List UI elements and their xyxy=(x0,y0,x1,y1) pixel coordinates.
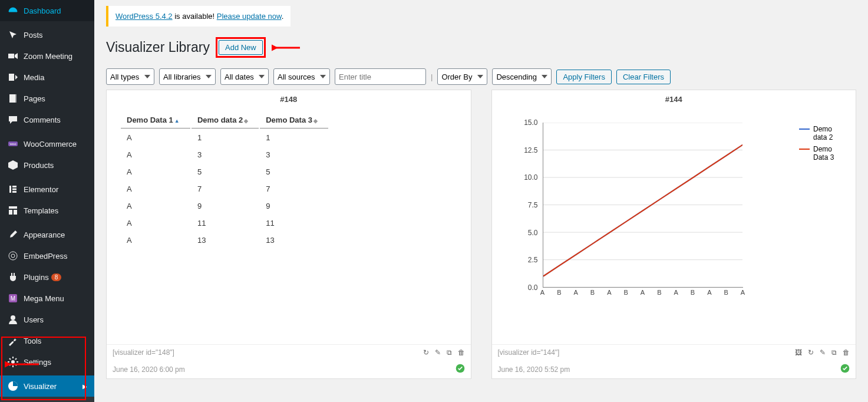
product-icon xyxy=(7,159,19,171)
main-content: WordPress 5.4.2 is available! Please upd… xyxy=(94,0,868,402)
svg-point-14 xyxy=(9,252,17,260)
sidebar-item-posts[interactable]: Posts xyxy=(0,24,94,45)
filter-sources[interactable]: All sources xyxy=(273,68,330,85)
y-tick-label: 0.0 xyxy=(528,284,538,292)
chart-card-144: #144 0.02.55.07.510.012.515.0 ABABABABAB… xyxy=(491,90,857,379)
table-cell: 11 xyxy=(260,215,328,231)
svg-rect-8 xyxy=(12,189,16,190)
sidebar-item-media[interactable]: Media xyxy=(0,67,94,88)
embed-icon xyxy=(7,250,19,262)
clear-filters-button[interactable]: Clear Filters xyxy=(616,70,671,84)
y-tick-label: 2.5 xyxy=(528,256,538,264)
filter-title-input[interactable] xyxy=(335,68,426,85)
sidebar-item-visualizer[interactable]: Visualizer▶ xyxy=(0,375,94,397)
card-footer: [visualizer id="144"] 🖼 ↻ ✎ ⧉ 🗑 xyxy=(492,344,856,360)
card-footer-date: June 16, 2020 6:00 pm xyxy=(107,360,471,378)
annotation-highlight-button: Add New xyxy=(216,37,266,58)
dashboard-icon xyxy=(7,5,19,17)
sidebar-item-comments[interactable]: Comments xyxy=(0,109,94,130)
sidebar-item-label: Users xyxy=(24,315,44,324)
add-new-button[interactable]: Add New xyxy=(219,40,263,55)
edit-icon[interactable]: ✎ xyxy=(820,348,826,357)
shortcode-text: [visualizer id="148"] xyxy=(113,348,174,357)
table-header[interactable]: Demo data 2◆ xyxy=(192,112,259,128)
notice-mid: is available! xyxy=(173,12,217,21)
shortcode-text: [visualizer id="144"] xyxy=(498,348,560,357)
x-tick-label: A xyxy=(607,289,611,296)
trash-icon[interactable]: 🗑 xyxy=(458,348,465,357)
trash-icon[interactable]: 🗑 xyxy=(843,348,850,357)
sidebar-item-label: Products xyxy=(24,161,54,170)
wp-version-link[interactable]: WordPress 5.4.2 xyxy=(115,12,173,21)
export-icon[interactable]: ↻ xyxy=(423,348,429,357)
clone-icon[interactable]: ⧉ xyxy=(447,348,452,357)
filter-order[interactable]: Descending xyxy=(492,68,552,85)
sidebar-item-pages[interactable]: Pages xyxy=(0,88,94,109)
card-footer-date: June 16, 2020 5:52 pm xyxy=(492,360,856,378)
plugin-icon xyxy=(7,271,19,283)
table-header[interactable]: Demo Data 1▲ xyxy=(121,112,190,128)
update-notice: WordPress 5.4.2 is available! Please upd… xyxy=(106,6,291,27)
svg-rect-0 xyxy=(8,54,14,58)
table-row: A99 xyxy=(121,198,328,214)
sidebar-item-dashboard[interactable]: Dashboard xyxy=(0,0,94,21)
page-title: Visualizer Library xyxy=(106,39,210,55)
table-cell: 7 xyxy=(192,181,259,197)
line-chart: 0.02.55.07.510.012.515.0 ABABABABABABA D… xyxy=(499,111,849,323)
sidebar-item-products[interactable]: Products xyxy=(0,154,94,176)
card-footer: [visualizer id="148"] ↻ ✎ ⧉ 🗑 xyxy=(107,344,471,360)
legend-swatch xyxy=(799,128,810,130)
filter-bar: All types All libraries All dates All so… xyxy=(106,68,856,85)
elementor-icon xyxy=(7,183,19,195)
update-now-link[interactable]: Please update now xyxy=(217,12,282,21)
table-row: A77 xyxy=(121,181,328,197)
pin-icon xyxy=(7,29,19,41)
apply-filters-button[interactable]: Apply Filters xyxy=(556,70,612,84)
legend-label: Demo data 2 xyxy=(813,125,843,141)
table-cell: A xyxy=(121,181,190,197)
chart-card-148: #148 Demo Data 1▲Demo data 2◆Demo Data 3… xyxy=(106,90,471,379)
x-tick-label: B xyxy=(623,289,628,296)
table-cell: 9 xyxy=(192,198,259,214)
sidebar-sub-chart-library[interactable]: Chart Library xyxy=(0,397,94,402)
svg-text:woo: woo xyxy=(9,142,16,146)
x-tick-label: A xyxy=(741,289,745,296)
filter-dates[interactable]: All dates xyxy=(220,68,269,85)
sidebar-item-embedpress[interactable]: EmbedPress xyxy=(0,245,94,266)
sidebar-item-tools[interactable]: Tools xyxy=(0,330,94,351)
sidebar-item-elementor[interactable]: Elementor xyxy=(0,179,94,200)
legend-item: Demo data 2 xyxy=(799,125,843,141)
chevron-right-icon: ▶ xyxy=(82,383,87,390)
page-header: Visualizer Library Add New xyxy=(106,37,856,58)
comment-icon xyxy=(7,114,19,126)
table-cell: 1 xyxy=(260,130,328,146)
edit-icon[interactable]: ✎ xyxy=(435,348,441,357)
sidebar-item-woocommerce[interactable]: wooWooCommerce xyxy=(0,133,94,154)
sidebar-item-plugins[interactable]: Plugins8 xyxy=(0,266,94,288)
image-icon[interactable]: 🖼 xyxy=(795,348,802,357)
clone-icon[interactable]: ⧉ xyxy=(831,348,837,357)
sidebar-item-label: Templates xyxy=(24,206,58,215)
filter-libraries[interactable]: All libraries xyxy=(159,68,216,85)
filter-orderby[interactable]: Order By xyxy=(437,68,487,85)
y-tick-label: 12.5 xyxy=(524,146,537,154)
sidebar-item-templates[interactable]: Templates xyxy=(0,200,94,221)
sidebar-item-mega-menu[interactable]: MMega Menu xyxy=(0,288,94,309)
brush-icon xyxy=(7,229,19,240)
sidebar-item-appearance[interactable]: Appearance xyxy=(0,224,94,245)
card-title: #144 xyxy=(492,90,856,108)
table-cell: 5 xyxy=(192,164,259,180)
export-icon[interactable]: ↻ xyxy=(808,348,814,357)
sidebar-item-users[interactable]: Users xyxy=(0,309,94,330)
sidebar-item-zoom-meeting[interactable]: Zoom Meeting xyxy=(0,45,94,67)
table-header[interactable]: Demo Data 3◆ xyxy=(260,112,328,128)
data-table: Demo Data 1▲Demo data 2◆Demo Data 3◆ A11… xyxy=(120,111,329,249)
visualizer-icon xyxy=(7,380,19,392)
card-body: 0.02.55.07.510.012.515.0 ABABABABABABA D… xyxy=(492,108,856,344)
card-body: Demo Data 1▲Demo data 2◆Demo Data 3◆ A11… xyxy=(107,108,471,344)
table-cell: A xyxy=(121,147,190,163)
filter-types[interactable]: All types xyxy=(106,68,154,85)
update-badge: 8 xyxy=(51,274,62,281)
x-tick-label: A xyxy=(641,289,645,296)
sidebar-item-label: Zoom Meeting xyxy=(24,52,72,61)
